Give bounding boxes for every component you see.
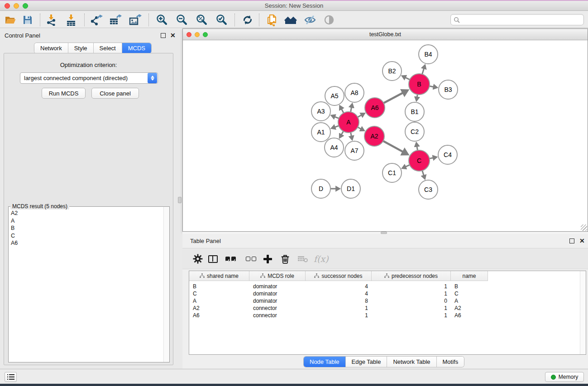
- graph-node-C4[interactable]: C4: [438, 145, 457, 164]
- column-header-successor-nodes[interactable]: successor nodes: [306, 271, 372, 281]
- table-row[interactable]: B dominator 4 1 B: [189, 283, 579, 290]
- graph-node-A6[interactable]: A6: [365, 98, 385, 118]
- graph-node-A4[interactable]: A4: [325, 138, 344, 157]
- graph-edge-A2-C[interactable]: [383, 141, 403, 152]
- graph-node-A3[interactable]: A3: [311, 102, 330, 121]
- first-neighbors-icon[interactable]: [283, 13, 299, 27]
- float-panel-icon[interactable]: [161, 33, 166, 38]
- graph-edge-C-C2[interactable]: [417, 147, 417, 151]
- memory-button[interactable]: Memory: [545, 372, 584, 382]
- import-table-icon[interactable]: [63, 13, 79, 27]
- tab-style[interactable]: Style: [68, 43, 94, 53]
- mcds-result-list[interactable]: A2 A B C A6: [9, 209, 163, 362]
- graph-node-A7[interactable]: A7: [345, 141, 364, 160]
- graph-node-D[interactable]: D: [311, 179, 330, 198]
- graph-edge-A-A4[interactable]: [341, 131, 343, 134]
- table-row[interactable]: C dominator 4 1 C: [189, 290, 579, 297]
- show-all-eye-icon[interactable]: [321, 13, 337, 27]
- graph-edge-C-C1[interactable]: [406, 165, 410, 167]
- export-image-icon[interactable]: [128, 13, 143, 27]
- graph-edge-C-C4[interactable]: [430, 158, 433, 159]
- graph-node-A2[interactable]: A2: [364, 126, 384, 146]
- add-column-icon[interactable]: [263, 252, 272, 266]
- graph-edge-A-A6[interactable]: [358, 115, 361, 117]
- graph-node-B2[interactable]: B2: [382, 62, 402, 81]
- column-header-name[interactable]: name: [451, 271, 488, 281]
- list-item[interactable]: A2: [11, 210, 163, 217]
- graph-edge-A-A1[interactable]: [335, 126, 339, 127]
- graph-edge-A-A3[interactable]: [335, 117, 339, 118]
- table-row[interactable]: A2 connector 1 1 A2: [189, 305, 579, 312]
- task-history-button[interactable]: [5, 372, 17, 382]
- graph-node-B4[interactable]: B4: [419, 45, 438, 64]
- column-header-predecessor-nodes[interactable]: predecessor nodes: [372, 271, 451, 281]
- select-all-rows-icon[interactable]: [225, 252, 236, 266]
- graph-edge-A6-B[interactable]: [383, 93, 402, 103]
- graph-edge-B-B3[interactable]: [430, 86, 434, 87]
- import-network-icon[interactable]: [43, 13, 59, 27]
- column-header-shared-name[interactable]: shared name: [189, 271, 249, 281]
- search-input[interactable]: [462, 17, 581, 23]
- graph-node-C2[interactable]: C2: [405, 122, 424, 141]
- tab-network-table[interactable]: Network Table: [387, 357, 436, 367]
- save-session-icon[interactable]: [20, 13, 35, 27]
- scrollbar[interactable]: [580, 271, 586, 354]
- hide-selected-eye-icon[interactable]: [302, 13, 318, 27]
- divider-grip[interactable]: [178, 197, 182, 203]
- export-network-icon[interactable]: [89, 13, 104, 27]
- column-header-mcds-role[interactable]: MCDS role: [249, 271, 306, 281]
- close-panel-icon[interactable]: ✕: [170, 33, 176, 38]
- graph-edge-A-A7[interactable]: [351, 133, 352, 136]
- graph-node-D1[interactable]: D1: [341, 179, 360, 198]
- network-canvas[interactable]: AA1A2A3A4A5A6A7A8BB1B2B3B4CC1C2C3C4DD1: [183, 40, 588, 231]
- graph-node-A8[interactable]: A8: [345, 83, 364, 102]
- export-table-icon[interactable]: [108, 13, 123, 27]
- split-view-icon[interactable]: [208, 252, 218, 266]
- graph-edge-A-A8[interactable]: [351, 107, 352, 112]
- tab-motifs[interactable]: Motifs: [437, 357, 464, 367]
- delete-column-trash-icon[interactable]: [280, 252, 290, 266]
- zoom-in-icon[interactable]: [154, 13, 169, 27]
- graph-edge-C-C3[interactable]: [422, 171, 424, 176]
- tab-select[interactable]: Select: [94, 43, 122, 53]
- table-row[interactable]: A dominator 8 0 A: [189, 297, 579, 305]
- vertical-split-divider[interactable]: [177, 28, 182, 369]
- table-settings-gear-icon[interactable]: [192, 252, 203, 266]
- network-window-title-bar[interactable]: testGlobe.txt: [183, 29, 588, 40]
- graph-node-A5[interactable]: A5: [325, 86, 344, 105]
- zoom-out-icon[interactable]: [174, 13, 189, 27]
- search-box[interactable]: [450, 14, 584, 25]
- refresh-icon[interactable]: [240, 13, 255, 27]
- zoom-selected-icon[interactable]: [214, 13, 229, 27]
- graph-node-B[interactable]: B: [409, 74, 430, 95]
- scrollbar[interactable]: [163, 207, 169, 362]
- graph-node-B1[interactable]: B1: [405, 102, 424, 121]
- zoom-fit-icon[interactable]: [194, 13, 209, 27]
- list-item[interactable]: A6: [11, 239, 163, 247]
- list-item[interactable]: C: [11, 232, 163, 240]
- run-mcds-button[interactable]: Run MCDS: [42, 88, 86, 99]
- graph-node-C1[interactable]: C1: [382, 163, 402, 182]
- graph-edge-B-B4[interactable]: [422, 69, 424, 74]
- new-network-from-selection-icon[interactable]: [264, 13, 280, 27]
- graph-edge-A-A5[interactable]: [342, 109, 344, 113]
- tab-edge-table[interactable]: Edge Table: [346, 357, 387, 367]
- list-item[interactable]: B: [11, 224, 163, 232]
- close-panel-button[interactable]: Close panel: [91, 88, 139, 99]
- resize-grip-icon[interactable]: [581, 224, 587, 231]
- network-graph[interactable]: AA1A2A3A4A5A6A7A8BB1B2B3B4CC1C2C3C4DD1: [183, 40, 588, 231]
- deselect-all-rows-icon[interactable]: [246, 252, 256, 266]
- graph-node-B3[interactable]: B3: [439, 80, 458, 99]
- graph-node-A1[interactable]: A1: [311, 123, 330, 142]
- graph-edge-B-B2[interactable]: [406, 77, 410, 80]
- open-session-icon[interactable]: [3, 13, 18, 27]
- float-panel-icon[interactable]: [569, 238, 574, 243]
- graph-node-A[interactable]: A: [338, 112, 359, 133]
- graph-node-C[interactable]: C: [409, 150, 430, 171]
- list-item[interactable]: A: [11, 217, 163, 225]
- graph-edge-A-A2[interactable]: [358, 127, 361, 129]
- table-row[interactable]: A6 connector 1 1 A6: [189, 312, 579, 319]
- tab-node-table[interactable]: Node Table: [304, 357, 346, 367]
- graph-node-C3[interactable]: C3: [419, 180, 438, 199]
- criterion-dropdown[interactable]: largest connected component (directed): [20, 72, 158, 84]
